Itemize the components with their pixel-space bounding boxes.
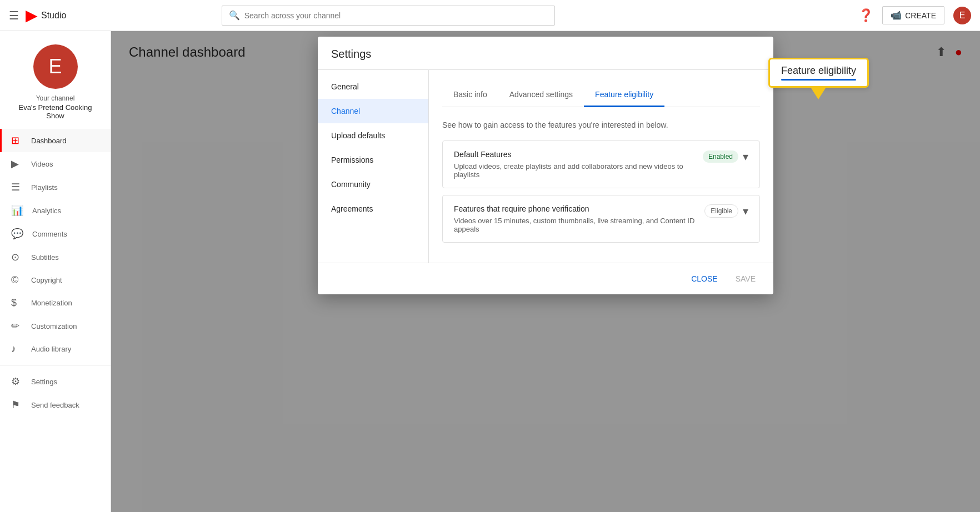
customization-icon: ✏ bbox=[11, 320, 22, 332]
status-badge-enabled: Enabled bbox=[703, 150, 738, 163]
nav-left: ☰ ▶ Studio bbox=[9, 6, 66, 24]
feature-card-phone: Features that require phone verification… bbox=[442, 195, 760, 243]
expand-icon-default[interactable]: ▾ bbox=[743, 150, 748, 163]
dashboard-icon: ⊞ bbox=[11, 134, 22, 147]
modal-sidebar-upload[interactable]: Upload defaults bbox=[318, 123, 428, 148]
modal-body: General Channel Upload defaults Permissi… bbox=[318, 70, 773, 263]
modal-sidebar: General Channel Upload defaults Permissi… bbox=[318, 70, 429, 263]
feature-card-right-default: Enabled ▾ bbox=[703, 150, 748, 163]
feature-eligibility-tooltip: Feature eligibility bbox=[768, 58, 869, 88]
yt-studio-logo: ▶ Studio bbox=[26, 6, 66, 24]
sidebar-item-audio[interactable]: ♪ Audio library bbox=[0, 338, 111, 360]
search-input[interactable] bbox=[244, 11, 548, 20]
sidebar-label-dashboard: Dashboard bbox=[31, 137, 67, 145]
sidebar-item-videos[interactable]: ▶ Videos bbox=[0, 152, 111, 175]
sidebar-item-comments[interactable]: 💬 Comments bbox=[0, 222, 111, 245]
nav-right: ❓ 📹 CREATE E bbox=[858, 6, 971, 24]
sidebar-divider bbox=[0, 365, 111, 365]
avatar[interactable]: E bbox=[953, 7, 971, 24]
audio-icon: ♪ bbox=[11, 343, 22, 355]
sidebar-label-audio: Audio library bbox=[31, 345, 71, 353]
tooltip-underline bbox=[781, 79, 856, 81]
sidebar-item-subtitles[interactable]: ⊙ Subtitles bbox=[0, 245, 111, 269]
sidebar-nav: ⊞ Dashboard ▶ Videos ☰ Playlists 📊 Analy… bbox=[0, 129, 111, 416]
tooltip-text: Feature eligibility bbox=[781, 65, 856, 76]
sidebar-item-playlists[interactable]: ☰ Playlists bbox=[0, 175, 111, 199]
modal-content-area: Basic info Advanced settings Feature eli… bbox=[429, 70, 773, 263]
settings-icon: ⚙ bbox=[11, 375, 22, 388]
tab-advanced-settings[interactable]: Advanced settings bbox=[498, 83, 584, 107]
sidebar-item-settings[interactable]: ⚙ Settings bbox=[0, 370, 111, 393]
modal-description: See how to gain access to the features y… bbox=[442, 121, 760, 129]
youtube-icon: ▶ bbox=[26, 6, 38, 24]
sidebar-label-monetization: Monetization bbox=[31, 299, 72, 307]
settings-modal: Settings General Channel Upload defaults… bbox=[318, 37, 773, 294]
sidebar: E Your channel Eva's Pretend Cooking Sho… bbox=[0, 31, 111, 512]
status-badge-eligible: Eligible bbox=[704, 204, 738, 218]
close-button[interactable]: CLOSE bbox=[687, 270, 722, 288]
create-video-icon: 📹 bbox=[891, 10, 902, 21]
channel-avatar[interactable]: E bbox=[33, 44, 78, 89]
monetization-icon: $ bbox=[11, 297, 22, 309]
main-layout: E Your channel Eva's Pretend Cooking Sho… bbox=[0, 31, 980, 512]
sidebar-label-comments: Comments bbox=[32, 230, 67, 238]
modal-sidebar-channel[interactable]: Channel bbox=[318, 99, 428, 123]
channel-label: Your channel bbox=[36, 94, 75, 102]
sidebar-label-copyright: Copyright bbox=[31, 276, 62, 284]
feature-card-left-default: Default Features Upload videos, create p… bbox=[454, 150, 703, 179]
playlists-icon: ☰ bbox=[11, 181, 22, 193]
create-label: CREATE bbox=[905, 11, 936, 20]
main-content: Channel dashboard ⬆ ● Feature eligibilit… bbox=[111, 31, 980, 512]
videos-icon: ▶ bbox=[11, 158, 22, 170]
feature-card-default: Default Features Upload videos, create p… bbox=[442, 140, 760, 188]
modal-sidebar-community[interactable]: Community bbox=[318, 172, 428, 197]
feature-desc-default: Upload videos, create playlists and add … bbox=[454, 162, 703, 179]
sidebar-item-copyright[interactable]: © Copyright bbox=[0, 269, 111, 292]
help-icon[interactable]: ❓ bbox=[858, 8, 873, 23]
subtitles-icon: ⊙ bbox=[11, 251, 22, 263]
feature-card-right-phone: Eligible ▾ bbox=[704, 204, 748, 218]
sidebar-item-customization[interactable]: ✏ Customization bbox=[0, 314, 111, 338]
channel-name: Eva's Pretend Cooking Show bbox=[9, 103, 102, 120]
sidebar-label-analytics: Analytics bbox=[32, 207, 61, 215]
feature-title-default: Default Features bbox=[454, 150, 703, 159]
feedback-icon: ⚑ bbox=[11, 399, 22, 411]
feature-desc-phone: Videos over 15 minutes, custom thumbnail… bbox=[454, 217, 704, 233]
sidebar-label-subtitles: Subtitles bbox=[31, 253, 59, 262]
sidebar-label-settings: Settings bbox=[31, 378, 57, 386]
sidebar-label-videos: Videos bbox=[31, 160, 53, 168]
sidebar-item-dashboard[interactable]: ⊞ Dashboard bbox=[0, 129, 111, 152]
modal-sidebar-permissions[interactable]: Permissions bbox=[318, 148, 428, 172]
modal-sidebar-agreements[interactable]: Agreements bbox=[318, 197, 428, 221]
sidebar-item-feedback[interactable]: ⚑ Send feedback bbox=[0, 393, 111, 416]
top-navigation: ☰ ▶ Studio 🔍 ❓ 📹 CREATE E bbox=[0, 0, 980, 31]
hamburger-icon[interactable]: ☰ bbox=[9, 9, 19, 22]
expand-icon-phone[interactable]: ▾ bbox=[743, 204, 748, 218]
save-button[interactable]: SAVE bbox=[731, 270, 760, 288]
analytics-icon: 📊 bbox=[11, 204, 23, 217]
sidebar-item-monetization[interactable]: $ Monetization bbox=[0, 292, 111, 314]
create-button[interactable]: 📹 CREATE bbox=[882, 6, 944, 24]
tab-basic-info[interactable]: Basic info bbox=[442, 83, 498, 107]
search-icon: 🔍 bbox=[229, 10, 240, 21]
sidebar-item-analytics[interactable]: 📊 Analytics bbox=[0, 199, 111, 222]
comments-icon: 💬 bbox=[11, 228, 23, 240]
modal-title: Settings bbox=[331, 48, 760, 61]
sidebar-label-customization: Customization bbox=[31, 322, 77, 330]
tab-feature-eligibility[interactable]: Feature eligibility bbox=[584, 83, 664, 107]
modal-tabs: Basic info Advanced settings Feature eli… bbox=[442, 83, 760, 107]
feature-title-phone: Features that require phone verification bbox=[454, 204, 704, 213]
feature-card-left-phone: Features that require phone verification… bbox=[454, 204, 704, 233]
modal-title-bar: Settings bbox=[318, 37, 773, 70]
modal-footer: CLOSE SAVE bbox=[318, 263, 773, 294]
copyright-icon: © bbox=[11, 274, 22, 286]
modal-sidebar-general[interactable]: General bbox=[318, 74, 428, 99]
sidebar-label-feedback: Send feedback bbox=[31, 401, 79, 409]
channel-info: E Your channel Eva's Pretend Cooking Sho… bbox=[0, 31, 111, 129]
studio-text: Studio bbox=[41, 11, 66, 21]
sidebar-label-playlists: Playlists bbox=[31, 183, 58, 192]
search-bar[interactable]: 🔍 bbox=[222, 6, 555, 26]
